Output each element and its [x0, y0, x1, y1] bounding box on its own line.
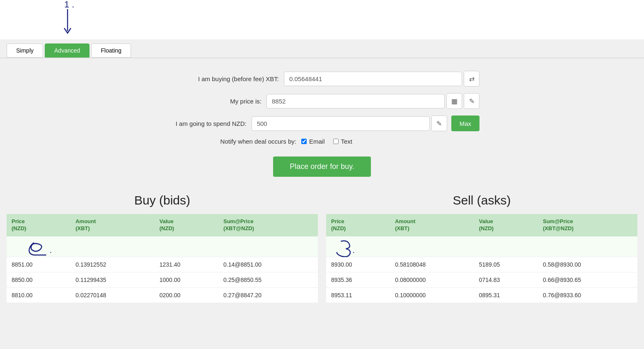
email-option[interactable]: Email: [301, 138, 325, 145]
spend-row: I am going to spend NZD: ✎ Max: [165, 116, 479, 131]
edit-price-button[interactable]: ✎: [464, 93, 479, 109]
table-row: 8953.11 0.10000000 0895.31 0.76@8933.60: [326, 288, 637, 303]
email-label: Email: [309, 138, 325, 145]
buy-col-sum: Sum@Price(XBT@NZD): [218, 214, 318, 236]
form-section: I am buying (before fee) XBT: ⇄ My price…: [0, 58, 644, 185]
tab-advanced[interactable]: Advanced: [45, 43, 90, 58]
spend-input[interactable]: [252, 116, 430, 131]
sell-col-price: Price(NZD): [326, 214, 390, 236]
sell-col-amount: Amount(XBT): [390, 214, 474, 236]
text-label: Text: [341, 138, 353, 145]
buy-table-block: Buy (bids) Price(NZD) Amount(XBT) Value(…: [7, 193, 318, 303]
price-row: My price is: ▦ ✎: [165, 93, 479, 109]
price-input-group: ▦ ✎: [266, 93, 479, 109]
buy-table-header: Price(NZD) Amount(XBT) Value(NZD) Sum@Pr…: [7, 214, 318, 236]
buy-table-title: Buy (bids): [7, 193, 318, 207]
text-checkbox[interactable]: [333, 139, 339, 144]
notify-label: Notify when deal occurs by:: [180, 138, 296, 145]
buy-col-value: Value(NZD): [155, 214, 218, 236]
buying-input[interactable]: [284, 72, 462, 86]
tables-section: Buy (bids) Price(NZD) Amount(XBT) Value(…: [0, 185, 644, 303]
table-row: 8850.00 0.11299435 1000.00 0.25@8850.55: [7, 272, 318, 288]
buy-col-amount: Amount(XBT): [70, 214, 155, 236]
tab-floating[interactable]: Floating: [91, 43, 131, 58]
edit-spend-button[interactable]: ✎: [431, 116, 447, 131]
sell-table: Price(NZD) Amount(XBT) Value(NZD) Sum@Pr…: [326, 214, 637, 303]
max-button[interactable]: Max: [451, 116, 479, 131]
table-row: 8930.00 0.58108048 5189.05 0.58@8930.00: [326, 257, 637, 272]
shuffle-button[interactable]: ⇄: [464, 71, 479, 87]
sell-table-block: Sell (asks) Price(NZD) Amount(XBT) Value…: [326, 193, 637, 303]
sell-annotation-row: .: [326, 236, 637, 257]
spend-label: I am going to spend NZD:: [131, 120, 247, 127]
notify-row: Notify when deal occurs by: Email Text: [165, 138, 479, 145]
price-label: My price is:: [145, 98, 261, 105]
buying-label: I am buying (before fee) XBT:: [163, 75, 279, 82]
buy-table: Price(NZD) Amount(XBT) Value(NZD) Sum@Pr…: [7, 214, 318, 303]
tab-simply[interactable]: Simply: [7, 43, 43, 58]
sell-col-value: Value(NZD): [474, 214, 538, 236]
svg-text:.: .: [353, 246, 355, 255]
table-row: 8810.00 0.02270148 0200.00 0.27@8847.20: [7, 288, 318, 303]
tabs-bar: Simply Advanced Floating: [0, 39, 644, 58]
table-row: 8851.00 0.13912552 1231.40 0.14@8851.00: [7, 257, 318, 272]
sell-table-header: Price(NZD) Amount(XBT) Value(NZD) Sum@Pr…: [326, 214, 637, 236]
calendar-button[interactable]: ▦: [446, 93, 462, 109]
buying-row: I am buying (before fee) XBT: ⇄: [165, 71, 479, 87]
notify-options: Email Text: [301, 138, 479, 145]
buy-col-price: Price(NZD): [7, 214, 70, 236]
buying-input-group: ⇄: [284, 71, 479, 87]
svg-text:.: .: [50, 246, 52, 255]
spend-input-group: ✎ Max: [252, 116, 479, 131]
price-input[interactable]: [266, 94, 445, 108]
sell-col-sum: Sum@Price(XBT@NZD): [538, 214, 637, 236]
text-option[interactable]: Text: [333, 138, 353, 145]
email-checkbox[interactable]: [301, 139, 307, 144]
svg-text:1 .: 1 .: [64, 0, 74, 10]
buy-annotation-row: .: [7, 236, 318, 257]
table-row: 8935.36 0.08000000 0714.83 0.66@8930.65: [326, 272, 637, 288]
place-order-button[interactable]: Place order for buy.: [273, 156, 371, 177]
sell-table-title: Sell (asks): [326, 193, 637, 207]
